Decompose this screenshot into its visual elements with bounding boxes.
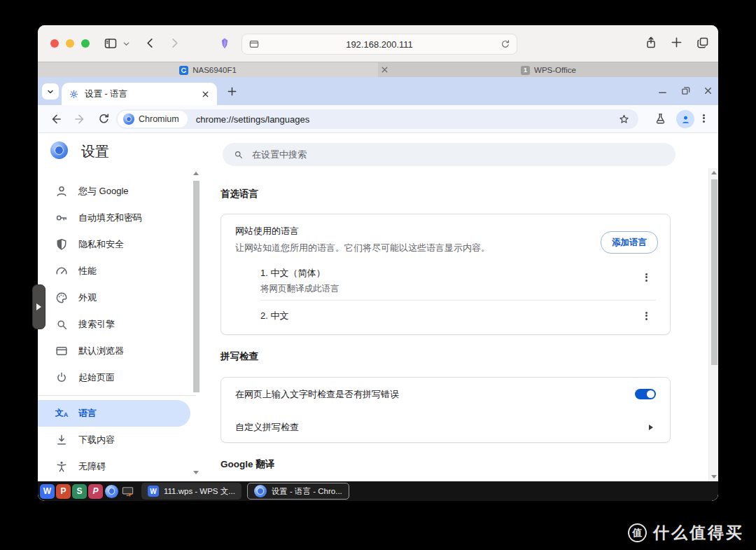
sidebar-item-languages[interactable]: 文A 语言	[38, 400, 190, 427]
forward-button[interactable]	[73, 112, 87, 126]
sidebar-toggle-icon[interactable]	[104, 36, 118, 50]
screenshot-stage: 192.168.200.111 NAS6940F1	[0, 0, 756, 550]
sidebar-item-label: 隐私和安全	[78, 238, 124, 251]
tab-overview-icon[interactable]	[696, 36, 710, 50]
sidebar-item-performance[interactable]: 性能	[38, 258, 190, 284]
chevron-right-icon	[36, 303, 41, 310]
address-bar[interactable]: 192.168.200.111	[241, 34, 517, 55]
scroll-up-arrow[interactable]	[711, 171, 717, 174]
page-scrollbar-thumb[interactable]	[711, 179, 718, 365]
desktop-taskbar: W P S P W 111.wps - WPS 文... 设置 - 语言 - C…	[38, 481, 718, 501]
safari-tab-label: NAS6940F1	[192, 66, 237, 74]
page-scrollbar[interactable]	[708, 168, 718, 481]
taskbar-window-label: 设置 - 语言 - Chro...	[272, 486, 342, 497]
omnibox[interactable]: Chromium chrome://settings/languages	[116, 109, 638, 129]
chromium-taskbar-icon[interactable]	[104, 484, 119, 499]
settings-search-input[interactable]	[223, 143, 676, 166]
language-menu-icon[interactable]	[645, 272, 648, 282]
sidebar-item-search-engine[interactable]: 搜索引擎	[38, 311, 190, 338]
sidebar-item-autofill[interactable]: 自动填充和密码	[38, 205, 190, 231]
download-icon	[55, 433, 69, 447]
back-button[interactable]	[144, 36, 157, 50]
spell-check-toggle-row[interactable]: 在网页上输入文字时检查是否有拼写错误	[221, 378, 670, 411]
sidebar-item-appearance[interactable]: 外观	[38, 284, 190, 311]
safari-tab-wps[interactable]: 1 WPS-Office	[379, 62, 718, 78]
back-button[interactable]	[49, 112, 63, 126]
sidebar-scrollbar-thumb[interactable]	[193, 181, 200, 392]
language-row[interactable]: 2. 中文	[260, 301, 656, 329]
sidebar-item-startup[interactable]: 起始页面	[38, 364, 190, 391]
fullscreen-traffic-light[interactable]	[81, 39, 90, 48]
shield-icon	[55, 238, 69, 252]
tab-search-button[interactable]	[42, 83, 59, 99]
chevron-right-icon	[649, 425, 653, 430]
spell-check-toggle[interactable]	[635, 389, 656, 399]
add-language-button[interactable]: 添加语言	[601, 231, 658, 254]
wps-writer-icon: W	[148, 486, 159, 497]
sidebar-scroll-up[interactable]	[193, 172, 199, 175]
bookmark-star-icon[interactable]	[618, 114, 630, 125]
wps-presentation-icon[interactable]: P	[56, 484, 71, 499]
watermark-text: 什么值得买	[653, 522, 744, 544]
settings-page: 设置 您与 Google 自动填充和密码	[38, 133, 718, 481]
sidebar-item-you-and-google[interactable]: 您与 Google	[38, 178, 190, 205]
chromium-logo-icon	[50, 142, 68, 159]
experiments-flask-icon[interactable]	[654, 112, 667, 125]
taskbar-window-chromium[interactable]: 设置 - 语言 - Chro...	[247, 483, 349, 500]
language-row[interactable]: 1. 中文（简体） 将网页翻译成此语言	[260, 261, 656, 300]
sidebar-item-default-browser[interactable]: 默认浏览器	[38, 338, 190, 364]
wps-writer-icon[interactable]: W	[40, 484, 55, 499]
close-tab-icon[interactable]	[201, 90, 210, 99]
sidebar-item-accessibility[interactable]: 无障碍	[38, 453, 190, 480]
section-heading-google-translate: Google 翻译	[220, 458, 274, 471]
settings-gear-icon	[69, 89, 79, 99]
vnc-drawer-handle[interactable]	[32, 284, 46, 329]
translate-icon: 文A	[55, 408, 69, 418]
reload-icon[interactable]	[500, 39, 511, 50]
close-traffic-light[interactable]	[50, 39, 59, 48]
page-settings-icon[interactable]	[248, 39, 260, 50]
reload-button[interactable]	[97, 112, 111, 125]
chromium-logo-icon	[123, 114, 134, 125]
language-list: 1. 中文（简体） 将网页翻译成此语言 2. 中文	[260, 261, 656, 329]
wps-spreadsheet-icon[interactable]: S	[72, 484, 87, 499]
minimize-window-icon[interactable]	[657, 85, 668, 96]
new-tab-icon[interactable]	[670, 36, 683, 49]
new-tab-icon[interactable]	[227, 86, 237, 97]
forward-button[interactable]	[168, 36, 181, 50]
search-icon	[55, 317, 69, 331]
screen-cast-icon[interactable]	[120, 484, 135, 499]
taskbar-window-wps[interactable]: W 111.wps - WPS 文...	[141, 483, 241, 500]
safari-tab-nas[interactable]: NAS6940F1	[38, 62, 378, 78]
sidebar-item-label: 默认浏览器	[78, 345, 124, 357]
sidebar-item-privacy[interactable]: 隐私和安全	[38, 231, 190, 258]
wps-pdf-icon[interactable]: P	[88, 484, 103, 499]
safari-toolbar: 192.168.200.111	[38, 25, 718, 62]
page-title: 设置	[81, 142, 109, 161]
person-icon	[55, 184, 69, 198]
profile-avatar[interactable]	[676, 110, 694, 128]
sidebar-item-label: 自动填充和密码	[78, 212, 142, 224]
url-text: 192.168.200.111	[346, 39, 413, 50]
custom-spell-check-row[interactable]: 自定义拼写检查	[221, 411, 670, 444]
scroll-down-arrow[interactable]	[711, 475, 717, 479]
minimize-traffic-light[interactable]	[66, 39, 74, 48]
extension-icon[interactable]	[218, 37, 231, 50]
chevron-down-icon[interactable]	[122, 40, 130, 48]
language-note: 将网页翻译成此语言	[260, 283, 656, 295]
sidebar-item-downloads[interactable]: 下载内容	[38, 427, 190, 453]
chromium-tabstrip: 设置 - 语言	[38, 77, 718, 105]
close-window-icon[interactable]	[703, 85, 713, 96]
key-icon	[55, 211, 69, 225]
settings-main: 首选语言 网站使用的语言 让网站知道您所用的语言。它们将尽可能以这些语言显示内容…	[220, 175, 671, 481]
browser-menu-icon[interactable]	[703, 113, 705, 123]
sidebar-item-label: 起始页面	[78, 371, 115, 384]
section-heading-spell-check: 拼写检查	[220, 350, 258, 363]
chromium-active-tab[interactable]: 设置 - 语言	[62, 83, 217, 105]
chromium-logo-icon	[254, 485, 267, 497]
language-menu-icon[interactable]	[645, 310, 648, 321]
share-icon[interactable]	[644, 36, 658, 50]
sidebar-scroll-down[interactable]	[193, 471, 199, 474]
language-name: 2. 中文	[260, 301, 656, 322]
restore-window-icon[interactable]	[680, 85, 691, 96]
